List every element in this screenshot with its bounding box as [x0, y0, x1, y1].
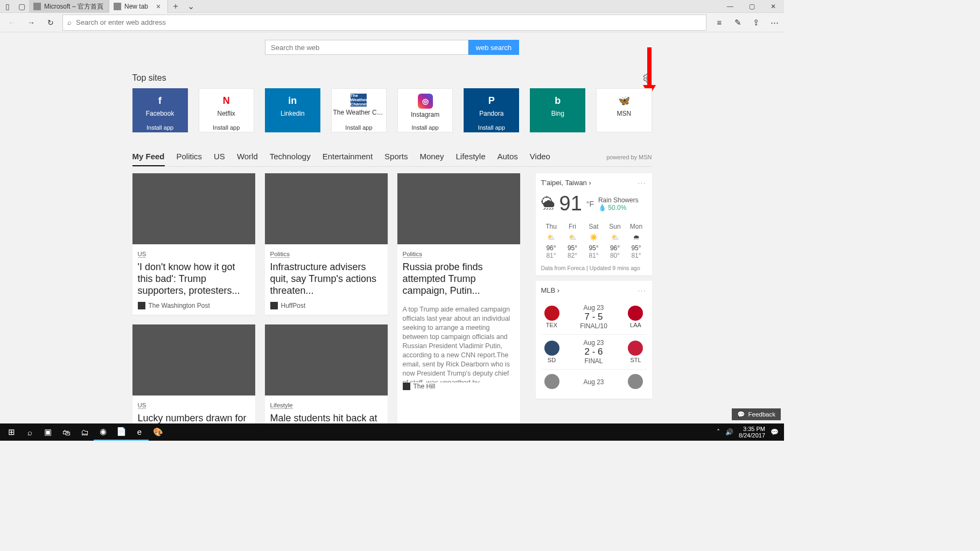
task-view-icon[interactable]: ▣ — [39, 423, 57, 441]
install-app-link[interactable]: Install app — [146, 124, 173, 131]
maximize-button[interactable]: ▢ — [741, 0, 762, 12]
team-abbr: STL — [630, 357, 641, 363]
forecast-day[interactable]: Thu ⛅ 96° 81° — [541, 223, 562, 259]
card-category[interactable]: US — [138, 251, 146, 258]
topsite-tile[interactable]: N Netflix Install app — [199, 88, 254, 132]
feed-tab[interactable]: World — [237, 152, 258, 166]
weather-footer: Data from Foreca | Updated 9 mins ago — [541, 265, 647, 271]
forecast-day[interactable]: Sat ☀️ 95° 81° — [584, 223, 604, 259]
tabs-preview-icon[interactable]: ▢ — [16, 1, 27, 12]
topsite-tile[interactable]: b Bing — [530, 88, 585, 132]
mlb-panel[interactable]: MLB › ··· TEX Aug 237 - 5FINAL/10 LAASD … — [536, 281, 652, 399]
taskbar-paint-icon[interactable]: 🎨 — [149, 423, 167, 441]
news-card[interactable]: Politics Infrastructure advisers quit, s… — [265, 173, 388, 315]
gear-icon[interactable] — [642, 73, 652, 83]
share-icon[interactable]: ⇪ — [751, 17, 761, 28]
tray-chevron-icon[interactable]: ˄ — [717, 428, 720, 436]
close-button[interactable]: ✕ — [762, 0, 784, 12]
tab-title: Microsoft – 官方首頁 — [44, 2, 103, 11]
taskbar-search-icon[interactable]: ⌕ — [20, 423, 39, 441]
feed-tab[interactable]: Sports — [384, 152, 408, 166]
notes-icon[interactable]: ✎ — [732, 17, 743, 28]
topsite-tile[interactable]: ◎ Instagram Install app — [397, 88, 453, 132]
feed-tab[interactable]: Entertainment — [323, 152, 373, 166]
install-app-link[interactable]: Install app — [345, 124, 372, 131]
feed-tab[interactable]: Autos — [497, 152, 517, 166]
close-icon[interactable]: × — [155, 3, 162, 10]
tile-icon: in — [285, 94, 299, 108]
card-source: The Washington Post — [149, 302, 210, 309]
topsite-tile[interactable]: P Pandora Install app — [464, 88, 519, 132]
address-bar[interactable]: ⌕ — [62, 15, 706, 31]
topsite-tile[interactable]: f Facebook Install app — [132, 88, 188, 132]
news-card[interactable]: Politics Russia probe finds attempted Tr… — [397, 173, 520, 423]
card-category[interactable]: Politics — [270, 251, 290, 258]
card-description: A top Trump aide emailed campaign offici… — [397, 302, 520, 383]
forecast-day[interactable]: Mon 🌧 95° 81° — [626, 223, 647, 259]
web-search-button[interactable]: web search — [468, 40, 519, 55]
back-button[interactable]: ← — [4, 15, 19, 30]
topsite-tile[interactable]: 🦋 MSN — [596, 88, 652, 132]
mlb-game[interactable]: SD Aug 232 - 6FINAL STL — [541, 334, 647, 369]
taskbar-edge-icon[interactable]: e — [130, 423, 149, 441]
feed-tab[interactable]: My Feed — [132, 152, 165, 166]
topsite-tile[interactable]: in Linkedin — [265, 88, 320, 132]
weather-menu-icon[interactable]: ··· — [638, 179, 646, 187]
mlb-game[interactable]: Aug 23 — [541, 369, 647, 394]
feed-tab[interactable]: Money — [419, 152, 444, 166]
mlb-game[interactable]: TEX Aug 237 - 5FINAL/10 LAA — [541, 300, 647, 334]
tray-volume-icon[interactable]: 🔊 — [725, 428, 733, 436]
team-abbr: TEX — [546, 322, 557, 328]
news-card[interactable]: Lifestyle Male students hit back at scho… — [265, 324, 388, 423]
game-status: FINAL/10 — [580, 322, 607, 330]
taskbar-notepad-icon[interactable]: 📄 — [112, 423, 130, 441]
taskbar-clock[interactable]: 3:35 PM 8/24/2017 — [739, 426, 765, 439]
taskbar-chrome-icon[interactable]: ◉ — [94, 423, 112, 441]
game-date: Aug 23 — [580, 304, 607, 312]
card-category[interactable]: Lifestyle — [270, 402, 293, 409]
address-input[interactable] — [76, 18, 702, 26]
weather-location: T'aipei, Taiwan — [541, 179, 587, 187]
topsite-tile[interactable]: The Weather Channel The Weather Cha... I… — [331, 88, 387, 132]
reading-list-icon[interactable]: ≡ — [714, 17, 725, 28]
forecast-day[interactable]: Fri ⛅ 95° 82° — [562, 223, 583, 259]
mlb-menu-icon[interactable]: ··· — [638, 287, 646, 294]
feed-tab[interactable]: Technology — [270, 152, 311, 166]
minimize-button[interactable]: — — [719, 0, 741, 12]
taskbar-store-icon[interactable]: 🛍 — [57, 423, 75, 441]
web-search-input[interactable] — [265, 40, 468, 55]
tab-actions-icon[interactable]: ⌄ — [183, 0, 198, 12]
feed-tab[interactable]: US — [214, 152, 225, 166]
source-icon — [138, 302, 145, 309]
card-image — [132, 173, 255, 244]
browser-tab[interactable]: New tab × — [109, 0, 168, 13]
refresh-button[interactable]: ↻ — [43, 15, 58, 30]
install-app-link[interactable]: Install app — [411, 124, 438, 131]
taskbar-explorer-icon[interactable]: 🗂 — [75, 423, 94, 441]
new-tab-button[interactable]: + — [168, 0, 183, 12]
forecast-low: 80° — [605, 252, 625, 259]
feedback-button[interactable]: 💬 Feedback — [732, 408, 781, 420]
card-category[interactable]: US — [138, 402, 146, 409]
forecast-high: 95° — [626, 244, 647, 252]
forecast-icon: ⛅ — [562, 234, 583, 241]
browser-tab[interactable]: Microsoft – 官方首頁 — [29, 0, 109, 13]
team-abbr: SD — [548, 357, 556, 363]
forecast-day[interactable]: Sun ⛅ 96° 80° — [605, 223, 625, 259]
feed-tab[interactable]: Lifestyle — [456, 152, 485, 166]
news-card[interactable]: US Lucky numbers drawn for $700M Powerba… — [132, 324, 255, 423]
start-button[interactable]: ⊞ — [2, 423, 20, 441]
game-score: 2 - 6 — [583, 347, 604, 357]
feed-tab[interactable]: Politics — [177, 152, 202, 166]
set-tabs-aside-icon[interactable]: ▯ — [2, 1, 13, 12]
tab-favicon — [33, 3, 41, 10]
card-category[interactable]: Politics — [403, 251, 422, 258]
forward-button[interactable]: → — [24, 15, 39, 30]
feed-tab[interactable]: Video — [530, 152, 550, 166]
more-icon[interactable]: ⋯ — [769, 17, 780, 28]
tray-notifications-icon[interactable]: 💬 — [771, 428, 779, 436]
weather-panel[interactable]: T'aipei, Taiwan › ··· 🌦 91 °F Rain Showe… — [536, 173, 652, 276]
install-app-link[interactable]: Install app — [478, 124, 505, 131]
install-app-link[interactable]: Install app — [213, 124, 240, 131]
news-card[interactable]: US 'I don't know how it got this bad': T… — [132, 173, 255, 315]
